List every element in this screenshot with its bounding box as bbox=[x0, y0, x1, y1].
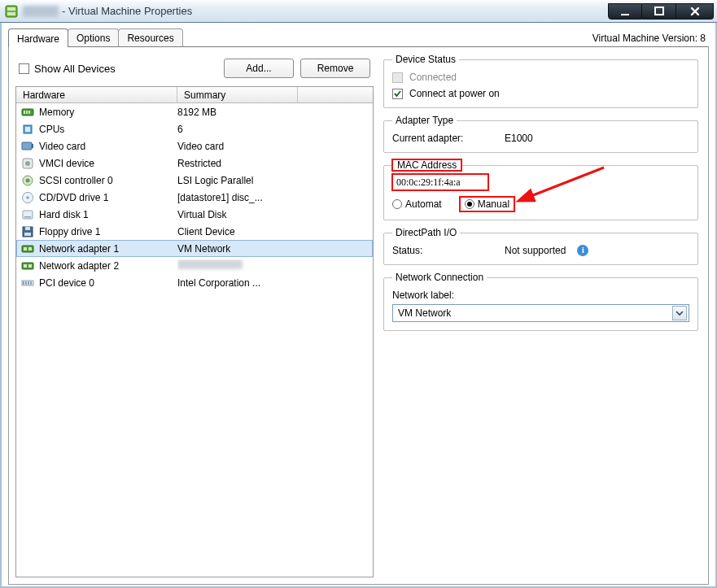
svg-rect-26 bbox=[28, 247, 32, 250]
radio-icon bbox=[465, 199, 474, 209]
list-item[interactable]: Network adapter 2 bbox=[16, 257, 373, 274]
hardware-summary: LSI Logic Parallel bbox=[177, 175, 373, 186]
power-on-label: Connect at power on bbox=[409, 88, 500, 99]
info-icon[interactable]: i bbox=[577, 245, 588, 256]
hardware-summary: Client Device bbox=[177, 226, 373, 237]
remove-button[interactable]: Remove bbox=[300, 59, 370, 78]
hardware-name: Memory bbox=[39, 107, 74, 118]
network-label-value: VM Network bbox=[398, 307, 451, 319]
hardware-panel: Show All Devices Add... Remove Hardware … bbox=[8, 46, 709, 585]
svg-rect-29 bbox=[28, 264, 32, 268]
mac-manual-radio[interactable]: Manual bbox=[460, 197, 514, 211]
svg-rect-8 bbox=[28, 111, 30, 114]
hardware-summary bbox=[177, 259, 373, 272]
listview-body: Memory8192 MBCPUs6Video cardVideo cardVM… bbox=[16, 103, 373, 577]
hardware-name: Floppy drive 1 bbox=[39, 226, 100, 237]
directpath-group: DirectPath I/O Status: Not supported i bbox=[383, 227, 698, 265]
device-status-group: Device Status Connected Connect at power… bbox=[383, 54, 698, 108]
titlebar: - Virtual Machine Properties bbox=[0, 0, 717, 23]
svg-rect-1 bbox=[7, 7, 15, 11]
adapter-type-legend: Adapter Type bbox=[392, 115, 457, 126]
svg-rect-31 bbox=[23, 281, 24, 285]
svg-rect-6 bbox=[24, 111, 25, 114]
window-title: - Virtual Machine Properties bbox=[23, 5, 608, 17]
directpath-legend: DirectPath I/O bbox=[392, 227, 460, 238]
mac-address-group: MAC Address Automat Manual bbox=[383, 159, 698, 220]
svg-rect-11 bbox=[22, 142, 32, 150]
list-item[interactable]: Video cardVideo card bbox=[16, 137, 373, 155]
list-item[interactable]: Memory8192 MB bbox=[16, 103, 373, 120]
hardware-name: CPUs bbox=[39, 124, 64, 135]
adapter-type-group: Adapter Type Current adapter: E1000 bbox=[383, 115, 698, 153]
mac-manual-label: Manual bbox=[478, 198, 509, 210]
network-label-text: Network label: bbox=[392, 290, 689, 301]
hardware-listview[interactable]: Hardware Summary Memory8192 MBCPUs6Video… bbox=[15, 86, 374, 577]
list-item[interactable]: CPUs6 bbox=[16, 120, 373, 137]
memory-icon bbox=[21, 106, 34, 119]
tab-row: HardwareOptionsResources Virtual Machine… bbox=[8, 28, 709, 47]
list-item[interactable]: Network adapter 1VM Network bbox=[16, 240, 373, 257]
svg-rect-32 bbox=[25, 281, 27, 285]
list-item[interactable]: VMCI deviceRestricted bbox=[16, 155, 373, 172]
list-item[interactable]: Hard disk 1Virtual Disk bbox=[16, 206, 373, 223]
list-item[interactable]: SCSI controller 0LSI Logic Parallel bbox=[16, 172, 373, 189]
hdd-icon bbox=[21, 208, 34, 221]
scsi-icon bbox=[21, 174, 34, 187]
hardware-summary: Virtual Disk bbox=[177, 209, 373, 220]
network-connection-legend: Network Connection bbox=[392, 272, 487, 283]
close-button[interactable] bbox=[676, 3, 714, 20]
video-icon bbox=[21, 140, 34, 153]
mac-auto-radio[interactable]: Automat bbox=[392, 198, 442, 210]
floppy-icon bbox=[21, 225, 34, 238]
hardware-summary: [datastore1] disc_... bbox=[177, 192, 373, 203]
left-toolbar: Show All Devices Add... Remove bbox=[15, 54, 374, 86]
list-item[interactable]: Floppy drive 1Client Device bbox=[16, 223, 373, 240]
cd-icon bbox=[21, 191, 34, 204]
directpath-status-value: Not supported bbox=[505, 245, 566, 256]
tab-resources[interactable]: Resources bbox=[118, 28, 182, 47]
hardware-summary: Intel Corporation ... bbox=[177, 277, 373, 289]
hardware-name: Video card bbox=[39, 141, 85, 152]
svg-rect-20 bbox=[24, 216, 31, 218]
svg-rect-12 bbox=[32, 144, 33, 148]
maximize-button[interactable] bbox=[642, 3, 676, 20]
current-adapter-label: Current adapter: bbox=[392, 133, 498, 144]
tab-strip: HardwareOptionsResources bbox=[8, 28, 182, 47]
hardware-summary: Video card bbox=[177, 141, 373, 152]
hardware-summary: 8192 MB bbox=[177, 107, 373, 118]
col-header-blank bbox=[298, 87, 373, 102]
hardware-name: Hard disk 1 bbox=[39, 209, 89, 220]
show-all-devices-checkbox[interactable]: Show All Devices bbox=[19, 63, 116, 75]
hardware-summary: Restricted bbox=[177, 158, 373, 169]
current-adapter-value: E1000 bbox=[505, 133, 533, 144]
hardware-name: Network adapter 1 bbox=[39, 243, 119, 255]
hardware-name: VMCI device bbox=[39, 158, 94, 169]
right-column: Device Status Connected Connect at power… bbox=[383, 54, 702, 577]
svg-point-18 bbox=[26, 196, 29, 199]
svg-rect-33 bbox=[28, 281, 29, 285]
svg-rect-34 bbox=[30, 281, 32, 285]
mac-address-input[interactable] bbox=[392, 174, 488, 190]
svg-point-16 bbox=[26, 178, 30, 182]
nic-icon bbox=[21, 259, 34, 272]
add-button[interactable]: Add... bbox=[224, 59, 294, 78]
vm-version-label: Virtual Machine Version: 8 bbox=[592, 28, 709, 44]
list-item[interactable]: PCI device 0Intel Corporation ... bbox=[16, 274, 373, 291]
minimize-button[interactable] bbox=[608, 3, 642, 20]
power-on-checkbox[interactable] bbox=[392, 89, 403, 99]
svg-rect-23 bbox=[24, 233, 31, 236]
svg-point-14 bbox=[25, 161, 30, 166]
window-controls bbox=[608, 3, 714, 20]
col-header-summary[interactable]: Summary bbox=[177, 87, 298, 102]
col-header-hardware[interactable]: Hardware bbox=[16, 87, 177, 102]
network-label-select[interactable]: VM Network bbox=[392, 304, 689, 322]
hardware-name: CD/DVD drive 1 bbox=[39, 192, 108, 203]
tab-hardware[interactable]: Hardware bbox=[8, 28, 68, 47]
list-item[interactable]: CD/DVD drive 1[datastore1] disc_... bbox=[16, 189, 373, 206]
window-title-suffix: - Virtual Machine Properties bbox=[62, 5, 192, 17]
left-column: Show All Devices Add... Remove Hardware … bbox=[15, 54, 374, 577]
directpath-status-label: Status: bbox=[392, 245, 498, 256]
hardware-summary: 6 bbox=[177, 124, 373, 135]
tab-options[interactable]: Options bbox=[68, 28, 119, 47]
chevron-down-icon bbox=[672, 306, 687, 320]
